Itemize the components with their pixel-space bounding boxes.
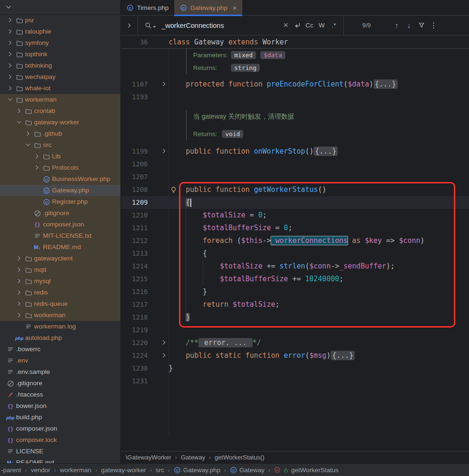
breadcrumb-item[interactable]: workerman bbox=[60, 467, 92, 474]
tree-item-mqtt[interactable]: mqtt bbox=[0, 264, 120, 276]
chevron-right-icon[interactable] bbox=[16, 312, 23, 319]
tree-item-redis-queue[interactable]: redis-queue bbox=[0, 298, 120, 310]
tree-item-readme-md[interactable]: M↓README.md bbox=[0, 242, 120, 253]
tree-item--env-sample[interactable]: .env.sample bbox=[0, 366, 120, 378]
tree-item-ralouphie[interactable]: ralouphie bbox=[0, 26, 120, 37]
breadcrumb-item[interactable]: mgetWorkerStatus bbox=[274, 467, 338, 474]
fold-chevron-icon[interactable] bbox=[161, 352, 168, 359]
chevron-down-icon[interactable] bbox=[5, 3, 12, 11]
tree-item-composer-json[interactable]: {}composer.json bbox=[0, 423, 120, 434]
tree-item-bower-json[interactable]: {}bower.json bbox=[0, 400, 120, 412]
code-line-1206[interactable]: 1206 bbox=[121, 158, 469, 171]
tree-item-build-php[interactable]: phpbuild.php bbox=[0, 412, 120, 423]
breadcrumb-item[interactable]: Gateway bbox=[181, 454, 205, 461]
chevron-right-icon[interactable] bbox=[16, 255, 23, 262]
code-line-1215[interactable]: 1215 $totalBufferSize += 10240000; bbox=[121, 273, 469, 286]
tree-item-redis[interactable]: redis bbox=[0, 287, 120, 298]
chevron-right-icon[interactable] bbox=[7, 39, 14, 47]
breadcrumb-item[interactable]: gateway-worker bbox=[101, 467, 146, 474]
chevron-right-icon[interactable] bbox=[7, 73, 14, 81]
chevron-down-icon[interactable] bbox=[7, 96, 14, 104]
close-tab-icon[interactable]: × bbox=[233, 4, 237, 11]
code-line-1211[interactable]: 1211 $totalBufferSize = 0; bbox=[121, 222, 469, 234]
chevron-down-icon[interactable] bbox=[16, 119, 23, 126]
code-line-1199[interactable]: 1199 public function onWorkerStop(){...} bbox=[121, 145, 469, 158]
code-line-1224[interactable]: 1224 public static function error($msg){… bbox=[121, 349, 469, 362]
code-line-1219[interactable]: 1219 bbox=[121, 324, 469, 337]
filter-icon[interactable] bbox=[416, 20, 427, 31]
tree-item--github[interactable]: .github bbox=[0, 128, 120, 139]
tree-item-composer-lock[interactable]: {}composer.lock bbox=[0, 434, 120, 446]
tree-item-workerman[interactable]: workerman bbox=[0, 310, 120, 321]
tree-item-gateway-worker[interactable]: gateway-worker bbox=[0, 117, 120, 128]
chevron-right-icon[interactable] bbox=[7, 51, 14, 58]
breadcrumb-item[interactable]: vendor bbox=[31, 467, 50, 474]
code-line-1214[interactable]: 1214 $totalSize += strlen($conn->_sendBu… bbox=[121, 260, 469, 273]
tree-item-license[interactable]: LICENSE bbox=[0, 446, 120, 457]
tree-item-topthink[interactable]: topthink bbox=[0, 49, 120, 60]
tree-item-src[interactable]: src bbox=[0, 139, 120, 151]
code-line-1218[interactable]: 1218 } bbox=[121, 311, 469, 324]
tree-item-gateway-php[interactable]: CGateway.php bbox=[0, 185, 120, 196]
chevron-right-icon[interactable] bbox=[16, 300, 23, 308]
chevron-right-icon[interactable] bbox=[16, 107, 23, 115]
tab-timers-php[interactable]: CTimers.php bbox=[121, 0, 174, 16]
tree-item-composer-json[interactable]: {}composer.json bbox=[0, 219, 120, 230]
code-line-1193[interactable]: 1193 bbox=[121, 91, 469, 104]
tree-item-readme-md[interactable]: M↓README.md bbox=[0, 457, 120, 463]
chevron-right-icon[interactable] bbox=[16, 266, 23, 274]
code-line-1208[interactable]: 1208 public function getWorkerStatus() bbox=[121, 183, 469, 196]
breadcrumb-item[interactable]: getWorkerStatus() bbox=[215, 454, 264, 461]
chevron-right-icon[interactable] bbox=[34, 164, 41, 172]
tree-item--bowerrc[interactable]: .bowerrc bbox=[0, 344, 120, 355]
tree-item--gitignore[interactable]: .gitignore bbox=[0, 208, 120, 219]
tab-gateway-php[interactable]: CGateway.php× bbox=[174, 0, 242, 16]
next-match-button[interactable]: ↓ bbox=[403, 20, 415, 31]
match-case-toggle[interactable]: Cc bbox=[304, 20, 315, 31]
tree-item-lib[interactable]: Lib bbox=[0, 151, 120, 162]
chevron-right-icon[interactable] bbox=[7, 85, 14, 92]
code-line-1231[interactable]: 1231 bbox=[121, 375, 469, 388]
tree-item-whale-iot[interactable]: whale-iot bbox=[0, 83, 120, 94]
search-query[interactable]: _workerConnections bbox=[162, 22, 280, 29]
fold-chevron-icon[interactable] bbox=[161, 80, 168, 88]
tree-item-psr[interactable]: psr bbox=[0, 15, 120, 26]
breadcrumb-item[interactable]: CGateway.php bbox=[174, 467, 221, 474]
newline-icon[interactable] bbox=[291, 20, 303, 31]
breadcrumb-item[interactable]: CGateway bbox=[230, 467, 264, 474]
fold-chevron-icon[interactable] bbox=[161, 339, 168, 346]
search-history-caret-icon[interactable] bbox=[153, 26, 156, 28]
previous-match-button[interactable]: ↑ bbox=[391, 20, 402, 31]
tree-item-workerman[interactable]: workerman bbox=[0, 94, 120, 105]
breadcrumb-item[interactable]: src bbox=[156, 467, 164, 474]
search-input[interactable]: _workerConnections × bbox=[138, 20, 303, 31]
tree-item--htaccess[interactable]: .htaccess bbox=[0, 389, 120, 400]
tree-item--gitignore[interactable]: .gitignore bbox=[0, 378, 120, 389]
chevron-right-icon[interactable] bbox=[7, 28, 14, 35]
more-options-icon[interactable]: ⋮ bbox=[428, 20, 439, 31]
tree-item-gatewayclient[interactable]: gatewayclient bbox=[0, 253, 120, 264]
tree-root-row[interactable] bbox=[0, 0, 120, 15]
chevron-right-icon[interactable] bbox=[34, 153, 41, 160]
expand-search-chevron[interactable] bbox=[121, 16, 138, 35]
fold-chevron-icon[interactable] bbox=[161, 147, 168, 155]
code-line-1216[interactable]: 1216 } bbox=[121, 286, 469, 298]
tree-item-workerman-log[interactable]: workerman.log bbox=[0, 321, 120, 332]
code-line-1187[interactable]: 1187 protected function preEncodeForClie… bbox=[121, 78, 469, 91]
chevron-right-icon[interactable] bbox=[25, 130, 32, 138]
tree-item-mysql[interactable]: mysql bbox=[0, 276, 120, 287]
tree-item--env[interactable]: .env bbox=[0, 355, 120, 366]
chevron-right-icon[interactable] bbox=[16, 289, 23, 296]
tree-item-mit-license-txt[interactable]: MIT-LICENSE.txt bbox=[0, 230, 120, 242]
tree-item-crontab[interactable]: crontab bbox=[0, 105, 120, 117]
breadcrumb-item[interactable]: -parent bbox=[1, 467, 21, 474]
breadcrumb-item[interactable]: \GatewayWorker bbox=[126, 454, 171, 461]
code-line-1212[interactable]: 1212 foreach ($this->_workerConnections … bbox=[121, 234, 469, 247]
tree-item-txthinking[interactable]: txthinking bbox=[0, 60, 120, 71]
sticky-header-line[interactable]: 36class Gateway extends Worker bbox=[121, 35, 469, 49]
code-line-1220[interactable]: 1220 /** error. ... */ bbox=[121, 337, 469, 349]
words-toggle[interactable]: W bbox=[316, 20, 327, 31]
tree-item-protocols[interactable]: Protocols bbox=[0, 162, 120, 173]
tree-item-wechatpay[interactable]: wechatpay bbox=[0, 71, 120, 83]
regex-toggle[interactable]: .* bbox=[328, 20, 340, 31]
